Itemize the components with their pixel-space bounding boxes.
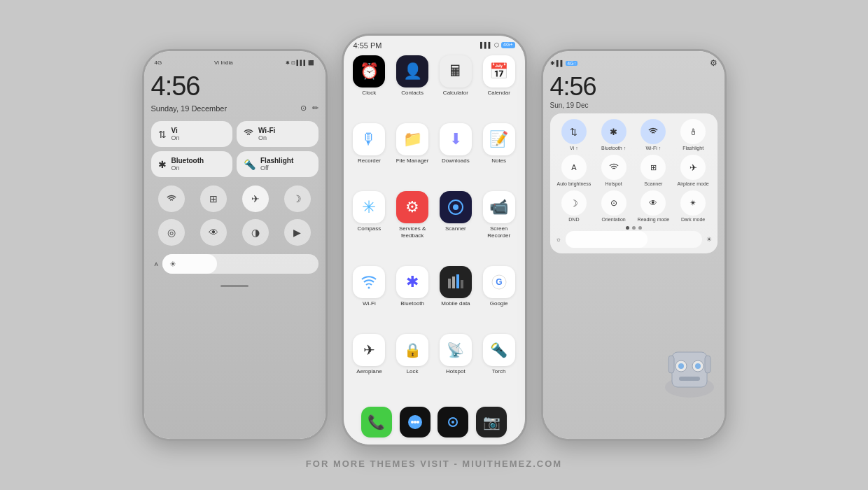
date-label: Sunday, 19 December [151, 104, 227, 113]
qp-scanner-icon: ⊞ [640, 155, 666, 180]
contacts-label: Contacts [401, 90, 424, 97]
brightness-min-icon: ☼ [556, 236, 561, 243]
qp-darkmode[interactable]: ✴ Dark mode [675, 190, 712, 222]
app-calculator[interactable]: 🖩 Calculator [435, 55, 476, 120]
qp-orientation-label: Orientation [602, 217, 626, 222]
right-date: Sun, 19 Dec [550, 102, 596, 109]
app-screenrecorder[interactable]: 📹 Screen Recorder [479, 191, 519, 263]
auto-brightness-label: A [151, 261, 158, 267]
feedback-label: Services & feedback [392, 225, 433, 239]
google-label: Google [490, 300, 508, 307]
location-toggle[interactable]: ▶ [284, 219, 311, 246]
flashlight-status: Off [260, 164, 293, 172]
app-wifi[interactable]: Wi-Fi [349, 266, 390, 331]
tile-vi[interactable]: ⇅ Vi On [151, 121, 233, 147]
contacts-icon: 👤 [396, 55, 428, 88]
qp-airplane-icon: ✈ [680, 155, 706, 180]
calendar-label: Calendar [487, 90, 510, 97]
notes-icon: 📝 [483, 123, 515, 155]
dock-phone[interactable]: 📞 [361, 407, 392, 438]
qp-vi[interactable]: ⇅ Vi ↑ [556, 119, 593, 150]
app-torch[interactable]: 🔦 Torch [479, 334, 519, 399]
airplane-toggle[interactable]: ✈ [242, 186, 269, 212]
qp-bluetooth-label: Bluetooth ↑ [601, 146, 626, 150]
qp-hotspot[interactable]: Hotspot [595, 155, 632, 186]
focus-toggle[interactable]: ◎ [158, 219, 185, 246]
qp-orientation-icon: ⊙ [601, 190, 626, 216]
qp-autobrightness[interactable]: A Auto brightness [556, 155, 593, 186]
app-notes[interactable]: 📝 Notes [479, 123, 519, 188]
clock-label: Clock [362, 90, 376, 97]
qp-dnd[interactable]: ☽ DND [556, 190, 593, 222]
qp-darkmode-icon: ✴ [680, 190, 706, 216]
tile-wifi[interactable]: Wi-Fi On [237, 121, 318, 147]
qp-wifi-icon [640, 119, 666, 144]
qp-wifi[interactable]: Wi-Fi ↑ [635, 119, 672, 150]
app-aeroplane[interactable]: ✈ Aeroplane [349, 334, 390, 399]
recorder-icon: 🎙 [353, 123, 385, 155]
qp-scanner[interactable]: ⊞ Scanner [635, 155, 672, 186]
app-recorder[interactable]: 🎙 Recorder [349, 123, 390, 188]
bluetooth-icon: ✱ [158, 159, 167, 170]
qp-bluetooth[interactable]: ✱ Bluetooth ↑ [595, 119, 632, 150]
app-downloads[interactable]: ⬇ Downloads [435, 123, 476, 188]
scanner-label: Scanner [445, 225, 466, 232]
app-contacts[interactable]: 👤 Contacts [392, 55, 433, 120]
left-screen: 4G Vi India ✱ ⊡ ▌▌▌ ⬛ 4:56 Sunday, 19 De… [144, 51, 326, 439]
bluetooth-app-icon: ✱ [396, 266, 428, 298]
screen-toggle[interactable]: ⊞ [200, 186, 227, 212]
clock-time-left: 4:56 [151, 73, 318, 99]
dot-1 [626, 226, 629, 230]
brightness-toggle[interactable]: ◑ [242, 219, 269, 246]
dock-camera[interactable]: 📷 [476, 407, 507, 438]
qp-flashlight-label: Flashlight [682, 146, 704, 150]
dock-music[interactable] [438, 407, 468, 438]
eye-toggle[interactable]: 👁 [200, 219, 227, 246]
home-indicator[interactable] [220, 285, 248, 287]
dock-messages[interactable] [400, 407, 430, 438]
tile-flashlight[interactable]: 🔦 Flashlight Off [237, 151, 318, 177]
tile-bluetooth[interactable]: ✱ Bluetooth On [151, 151, 233, 177]
app-scanner[interactable]: Scanner [435, 191, 476, 263]
right-brightness-slider[interactable] [566, 231, 702, 248]
app-calendar[interactable]: 📅 Calendar [479, 55, 519, 120]
hotspot-icon: 📡 [440, 334, 472, 366]
app-mobiledata[interactable]: Mobile data [435, 266, 476, 331]
quick-panel: ⇅ Vi ↑ ✱ Bluetooth ↑ Wi-Fi ↑ [550, 113, 718, 253]
qp-readingmode[interactable]: 👁 Reading mode [635, 190, 672, 222]
center-status-icons: ▌▌▌ ⬡ 4G+ [480, 42, 514, 48]
right-top-row: 4:56 Sun, 19 Dec [550, 72, 718, 109]
right-status-bar: ✱ ▌▌ 4G↑ ⚙ [550, 58, 718, 68]
wifi-icon [244, 128, 253, 140]
app-clock[interactable]: ⏰ Clock [349, 55, 390, 120]
aeroplane-label: Aeroplane [356, 368, 382, 375]
brightness-max-icon: ☀ [706, 236, 712, 243]
svg-point-11 [414, 421, 416, 424]
qp-airplane[interactable]: ✈ Airplane mode [675, 155, 712, 186]
qp-vi-label: Vi ↑ [570, 146, 578, 150]
qp-orientation[interactable]: ⊙ Orientation [595, 190, 632, 222]
target-icon[interactable]: ⊙ [300, 104, 307, 113]
app-bluetooth[interactable]: ✱ Bluetooth [392, 266, 433, 331]
svg-rect-24 [705, 356, 710, 373]
flashlight-name: Flashlight [260, 157, 293, 164]
wifi-status: On [258, 134, 275, 141]
qp-flashlight[interactable]: 🕯 Flashlight [675, 119, 712, 150]
dock-bar: 📞 📷 [344, 402, 525, 444]
vi-status: On [172, 134, 180, 141]
app-lock[interactable]: 🔒 Lock [392, 334, 433, 399]
brightness-slider[interactable]: ☀ [162, 254, 318, 274]
torch-label: Torch [492, 368, 506, 375]
app-compass[interactable]: ✳ Compass [349, 191, 390, 263]
moon-toggle[interactable]: ☽ [284, 186, 311, 212]
qp-row-2: A Auto brightness Hotspot ⊞ Scanner [556, 155, 712, 186]
icon-row-2: ◎ 👁 ◑ ▶ [151, 219, 318, 246]
app-hotspot[interactable]: 📡 Hotspot [435, 334, 476, 399]
edit-icon[interactable]: ✏ [312, 104, 318, 113]
downloads-label: Downloads [442, 158, 470, 164]
app-feedback[interactable]: ⚙ Services & feedback [392, 191, 433, 263]
settings-icon[interactable]: ⚙ [710, 58, 718, 68]
app-filemanager[interactable]: 📁 File Manager [392, 123, 433, 188]
wifi-toggle[interactable] [158, 186, 185, 212]
app-google[interactable]: G Google [479, 266, 519, 331]
